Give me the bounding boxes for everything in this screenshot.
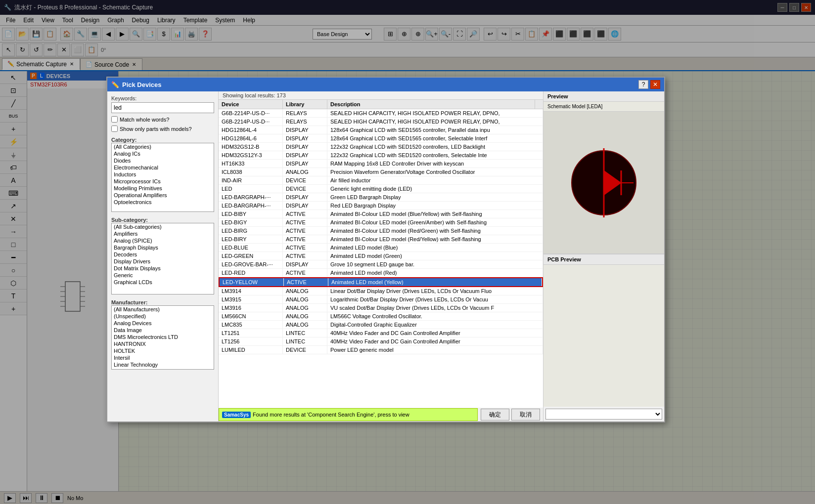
mfr-dms[interactable]: DMS Microelectronics LTD: [112, 334, 214, 340]
cell-library: ACTIVE: [283, 235, 327, 243]
keywords-label: Keywords:: [111, 95, 214, 101]
table-row[interactable]: LED-REDACTIVEAnimated LED model (Red): [219, 269, 543, 277]
table-row[interactable]: LED-BIBYACTIVEAnimated BI-Colour LED mod…: [219, 210, 543, 218]
ok-button[interactable]: 确定: [481, 409, 509, 420]
cat-opto[interactable]: Optoelectronics: [112, 199, 214, 206]
cell-device: IND-AIR: [219, 176, 283, 184]
table-row[interactable]: IND-AIRDEVICEAir filled inductor: [219, 176, 543, 185]
table-row[interactable]: LUMILEDDEVICEPower LED generic model: [219, 346, 543, 354]
table-row[interactable]: LED-BLUEACTIVEAnimated LED model (Blue): [219, 244, 543, 252]
table-row[interactable]: HDM32GS12Y-3DISPLAY122x32 Graphical LCD …: [219, 151, 543, 160]
table-row[interactable]: HDG12864L-4DISPLAY128x64 Graphical LCD w…: [219, 126, 543, 134]
mfr-unspecified[interactable]: (Unspecified): [112, 313, 214, 320]
cell-description: Digital-Controlled Graphic Equalizer: [327, 321, 543, 329]
dialog-close-btn[interactable]: ✕: [650, 80, 660, 89]
cell-device: LED: [219, 185, 283, 193]
subcat-decoders[interactable]: Decoders: [112, 251, 214, 258]
table-row[interactable]: LEDDEVICEGeneric light emitting diode (L…: [219, 185, 543, 193]
cell-library: ANALOG: [283, 287, 327, 295]
table-row[interactable]: LED-YELLOWACTIVEAnimated LED model (Yell…: [219, 277, 543, 287]
cell-device: HT16K33: [219, 160, 283, 168]
cell-library: ACTIVE: [284, 278, 328, 286]
mfr-linear[interactable]: Linear Technology: [112, 361, 214, 368]
cat-all[interactable]: (All Categories): [112, 143, 214, 150]
table-row[interactable]: G6B-2214P-US-D···RELAYSSEALED HIGH CAPAC…: [219, 109, 543, 118]
led-schematic-preview: [543, 112, 664, 254]
schematic-model-label: Schematic Model [LEDA]: [543, 102, 664, 112]
match-whole-words-check[interactable]: [111, 116, 118, 123]
modal-title-bar: ✏️ Pick Devices ? ✕: [107, 78, 664, 91]
subcat-amplifiers[interactable]: Amplifiers: [112, 230, 214, 237]
pcb-preview-title: PCB Preview: [543, 254, 664, 265]
table-row[interactable]: HDM32GS12-BDISPLAY122x32 Graphical LCD w…: [219, 143, 543, 151]
cell-library: DISPLAY: [283, 260, 327, 268]
mfr-holtek[interactable]: HOLTEK: [112, 347, 214, 354]
subcat-display-drivers[interactable]: Display Drivers: [112, 258, 214, 265]
cat-micro[interactable]: Microprocessor ICs: [112, 178, 214, 185]
show-only-parts-check[interactable]: [111, 126, 118, 132]
table-row[interactable]: LT1256LINTEC40MHz Video Fader and DC Gai…: [219, 337, 543, 346]
cell-library: DEVICE: [283, 346, 327, 354]
table-row[interactable]: LM3916ANALOGVU scaled Dot/Bar Display Dr…: [219, 304, 543, 312]
table-row[interactable]: LED-BARGRAPH-···DISPLAYGreen LED Bargrap…: [219, 193, 543, 202]
subcat-dot-matrix[interactable]: Dot Matrix Displays: [112, 265, 214, 272]
cell-description: Green LED Bargraph Display: [327, 193, 543, 201]
table-row[interactable]: LED-BIGYACTIVEAnimated BI-Colour LED mod…: [219, 218, 543, 227]
cell-description: Logarithmic Dot/Bar Display Driver (Driv…: [327, 295, 543, 303]
keywords-input[interactable]: [111, 102, 214, 113]
cat-inductors[interactable]: Inductors: [112, 171, 214, 178]
dialog-help-btn[interactable]: ?: [638, 80, 648, 89]
table-row[interactable]: ICL8038ANALOGPrecision Waveform Generato…: [219, 168, 543, 176]
cat-electro[interactable]: Electromechanical: [112, 164, 214, 171]
results-table-body[interactable]: G6B-2214P-US-D···RELAYSSEALED HIGH CAPAC…: [219, 109, 543, 408]
cell-library: DISPLAY: [283, 193, 327, 201]
table-row[interactable]: LM3915ANALOGLogarithmic Dot/Bar Display …: [219, 295, 543, 304]
cat-modelling[interactable]: Modelling Primitives: [112, 185, 214, 192]
table-row[interactable]: LED-GREENACTIVEAnimated LED model (Green…: [219, 252, 543, 260]
cat-diodes[interactable]: Diodes: [112, 157, 214, 164]
cell-device: LUMILED: [219, 346, 283, 354]
table-row[interactable]: HT16K33DISPLAYRAM Mapping 16x8 LED Contr…: [219, 160, 543, 168]
cell-device: LED-BIRG: [219, 227, 283, 235]
subcat-analog-spice[interactable]: Analog (SPICE): [112, 237, 214, 244]
preview-mode-dropdown[interactable]: [545, 409, 662, 420]
table-row[interactable]: LED-BIRYACTIVEAnimated BI-Colour LED mod…: [219, 235, 543, 244]
cat-opamp[interactable]: Operational Amplifiers: [112, 192, 214, 199]
mfr-dataimage[interactable]: Data Image: [112, 327, 214, 334]
subcat-generic[interactable]: Generic: [112, 272, 214, 279]
table-row[interactable]: LED-BARGRAPH-···DISPLAYRed LED Bargraph …: [219, 202, 543, 210]
cell-library: ANALOG: [283, 312, 327, 320]
mfr-analog[interactable]: Analog Devices: [112, 320, 214, 327]
subcat-all[interactable]: (All Sub-categories): [112, 223, 214, 230]
table-row[interactable]: G6B-2214P-US-D···RELAYSSEALED HIGH CAPAC…: [219, 118, 543, 126]
modal-filters-panel: Keywords: Match whole words? Show only p…: [107, 91, 219, 421]
cell-description: Animated LED model (Green): [327, 252, 543, 260]
mfr-intersil[interactable]: Intersil: [112, 354, 214, 361]
category-listbox[interactable]: (All Categories) Analog ICs Diodes Elect…: [111, 143, 214, 212]
subcat-graphical-lcd[interactable]: Graphical LCDs: [112, 279, 214, 286]
cell-library: DISPLAY: [283, 134, 327, 142]
cell-description: SEALED HIGH CAPACITY, HIGH ISOLATED POWE…: [327, 118, 543, 126]
cell-device: G6B-2214P-US-D···: [219, 118, 283, 126]
manufacturer-listbox[interactable]: (All Manufacturers) (Unspecified) Analog…: [111, 305, 214, 370]
modal-preview-panel: Preview Schematic Model [LEDA]: [543, 91, 664, 421]
category-label: Category:: [111, 137, 214, 143]
cell-library: LINTEC: [283, 329, 327, 337]
table-row[interactable]: LMC835ANALOGDigital-Controlled Graphic E…: [219, 321, 543, 329]
cell-description: Power LED generic model: [327, 346, 543, 354]
cat-analog[interactable]: Analog ICs: [112, 150, 214, 157]
table-row[interactable]: LM3914ANALOGLinear Dot/Bar Display Drive…: [219, 287, 543, 295]
cell-library: ACTIVE: [283, 252, 327, 260]
subcat-bargraph[interactable]: Bargraph Displays: [112, 244, 214, 251]
table-row[interactable]: LT1251LINTEC40MHz Video Fader and DC Gai…: [219, 329, 543, 337]
mfr-hantronix[interactable]: HANTRONIX: [112, 340, 214, 347]
cell-device: LM3914: [219, 287, 283, 295]
table-row[interactable]: HDG12864L-6DISPLAY128x64 Graphical LCD w…: [219, 134, 543, 143]
table-row[interactable]: LED-GROVE-BAR-···DISPLAYGrove 10 segment…: [219, 260, 543, 269]
samasys-bar[interactable]: SamacSys Found more results at 'Componen…: [219, 408, 478, 421]
table-row[interactable]: LM566CNANALOGLM566C Voltage Controlled O…: [219, 312, 543, 321]
mfr-all[interactable]: (All Manufacturers): [112, 306, 214, 313]
table-row[interactable]: LED-BIRGACTIVEAnimated BI-Colour LED mod…: [219, 227, 543, 235]
cancel-button[interactable]: 取消: [511, 409, 540, 420]
subcategory-listbox[interactable]: (All Sub-categories) Amplifiers Analog (…: [111, 223, 214, 294]
